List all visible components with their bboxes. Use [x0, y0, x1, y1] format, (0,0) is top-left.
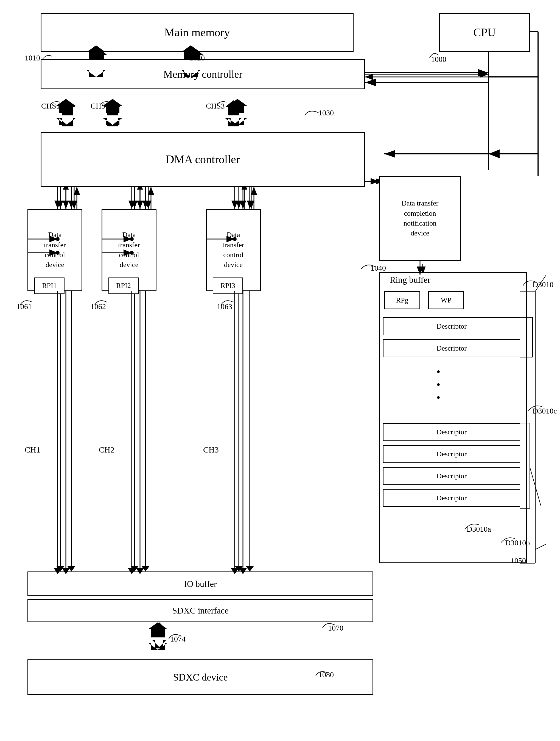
svg-line-118	[530, 467, 541, 506]
rpi3-label: RPI3	[221, 282, 235, 290]
svg-marker-67	[103, 118, 122, 125]
rpg-box: RPg	[384, 291, 420, 309]
label-ch2: CH2	[99, 445, 114, 455]
descriptor4-box: Descriptor	[383, 445, 520, 463]
svg-marker-14	[59, 118, 76, 126]
descriptor1-label: Descriptor	[436, 322, 467, 331]
descriptor5-box: Descriptor	[383, 467, 520, 485]
svg-marker-16	[104, 118, 121, 126]
descriptor6-box: Descriptor	[383, 489, 520, 507]
cpu-label: CPU	[473, 26, 496, 39]
rpi2-label: RPI2	[116, 282, 131, 290]
dma-controller-label: DMA controller	[166, 153, 240, 166]
descriptor4-label: Descriptor	[436, 450, 467, 458]
wp-label: WP	[441, 296, 452, 305]
dtcn-device-box: Data transfer completion notification de…	[379, 176, 461, 261]
svg-marker-37	[131, 566, 139, 571]
sdxc-interface-label: SDXC interface	[172, 606, 228, 616]
sdxc-interface-box: SDXC interface	[27, 599, 373, 622]
rpi2-box: RPI2	[108, 277, 139, 294]
main-memory-box: Main memory	[41, 13, 353, 52]
svg-marker-50	[152, 622, 166, 637]
dtcd1-label: Data transfer control device	[44, 230, 66, 270]
svg-marker-36	[67, 566, 76, 571]
rpi3-box: RPI3	[213, 277, 243, 294]
svg-marker-105	[148, 622, 167, 637]
descriptor2-label: Descriptor	[436, 344, 467, 352]
svg-marker-35	[56, 566, 65, 571]
descriptor5-label: Descriptor	[436, 472, 467, 480]
svg-marker-39	[235, 566, 243, 571]
rpi1-box: RPI1	[34, 277, 65, 294]
memory-controller-box: Memory controller	[41, 59, 365, 89]
descriptor6-label: Descriptor	[436, 494, 467, 502]
dtcn-device-label: Data transfer completion notification de…	[402, 198, 439, 239]
descriptor3-label: Descriptor	[436, 428, 467, 436]
svg-marker-68	[228, 99, 247, 113]
cpu-box: CPU	[439, 13, 530, 52]
io-buffer-box: IO buffer	[27, 571, 373, 596]
label-1010: 1010	[25, 54, 40, 62]
svg-marker-38	[141, 566, 150, 571]
descriptor3-box: Descriptor	[383, 423, 520, 441]
label-1020: 1020	[189, 54, 205, 62]
dtcd3-label: Data transfer control device	[222, 230, 244, 270]
main-memory-label: Main memory	[164, 26, 230, 39]
dma-controller-box: DMA controller	[41, 132, 365, 187]
sdxc-device-label: SDXC device	[173, 671, 228, 683]
svg-marker-51	[152, 640, 166, 649]
svg-marker-18	[225, 118, 242, 126]
descriptor1-box: Descriptor	[383, 317, 520, 335]
label-1050: 1050	[510, 556, 526, 565]
label-ch1: CH1	[25, 445, 41, 455]
ring-buffer-box	[379, 272, 527, 563]
svg-marker-69	[228, 118, 247, 125]
svg-marker-106	[148, 643, 167, 650]
rpi1-label: RPI1	[42, 282, 57, 290]
label-ch3: CH3	[203, 445, 219, 455]
ring-buffer-label: Ring buffer	[390, 275, 430, 285]
svg-marker-40	[246, 566, 254, 571]
wp-box: WP	[428, 291, 464, 309]
memory-controller-label: Memory controller	[163, 68, 242, 80]
dots: •••	[436, 365, 442, 404]
descriptor2-box: Descriptor	[383, 339, 520, 357]
dtcd2-label: Data transfer control device	[118, 230, 140, 270]
rpg-label: RPg	[396, 296, 408, 305]
svg-marker-65	[56, 118, 76, 125]
svg-line-119	[535, 544, 546, 549]
io-buffer-label: IO buffer	[184, 579, 217, 589]
